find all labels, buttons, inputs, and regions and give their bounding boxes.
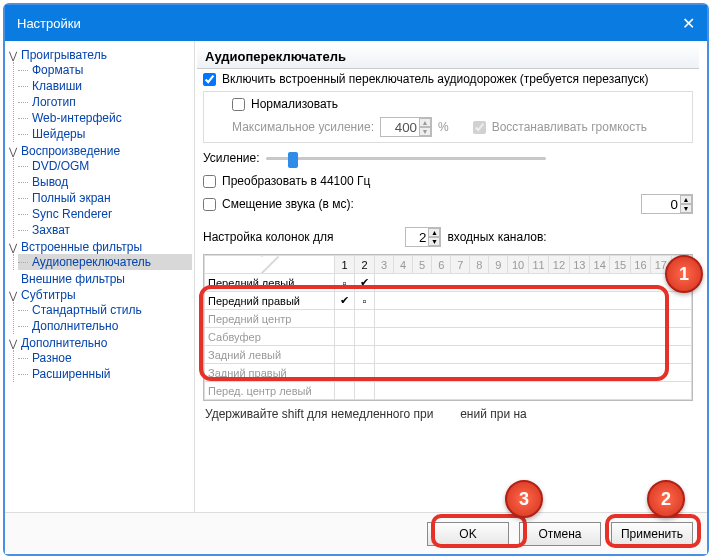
table-row: Передний центр <box>205 310 692 328</box>
cancel-button[interactable]: Отмена <box>519 522 601 546</box>
tree-fullscreen[interactable]: Полный экран <box>30 191 111 205</box>
spin-up-icon[interactable]: ▲ <box>680 195 692 204</box>
gain-slider[interactable] <box>266 148 546 168</box>
ok-button[interactable]: OK <box>427 522 509 546</box>
resample-checkbox[interactable] <box>203 175 216 188</box>
restore-volume-checkbox <box>473 121 486 134</box>
spin-up-icon[interactable]: ▲ <box>428 228 440 237</box>
tree-capture[interactable]: Захват <box>30 223 70 237</box>
tree-audioswitcher[interactable]: Аудиопереключатель <box>30 255 151 269</box>
tree-sync[interactable]: Sync Renderer <box>30 207 112 221</box>
tree-external-filters[interactable]: Внешние фильтры <box>7 272 192 286</box>
enable-switcher-checkbox[interactable] <box>203 73 216 86</box>
nav-tree: ⋁Проигрыватель Форматы Клавиши Логотип W… <box>5 41 195 512</box>
enable-switcher-label: Включить встроенный переключатель аудиод… <box>222 72 649 86</box>
table-row: Передний левый▫✔ <box>205 274 692 292</box>
tree-subtitles[interactable]: ⋁Субтитры <box>7 288 192 302</box>
table-row: Передний правый✔▫ <box>205 292 692 310</box>
table-row: Задний левый <box>205 346 692 364</box>
tree-sub-extra[interactable]: Дополнительно <box>30 319 118 333</box>
table-row: Перед. центр левый <box>205 382 692 400</box>
tree-playback[interactable]: ⋁Воспроизведение <box>7 144 192 158</box>
columns-label-b: входных каналов: <box>447 230 546 244</box>
apply-button[interactable]: Применить <box>611 522 693 546</box>
maxgain-label: Максимальное усиление: <box>232 120 374 134</box>
tree-web[interactable]: Web-интерфейс <box>30 111 122 125</box>
columns-label-a: Настройка колонок для <box>203 230 333 244</box>
offset-label: Смещение звука (в мс): <box>222 197 354 211</box>
tree-ext[interactable]: Расширенный <box>30 367 111 381</box>
restore-volume-label: Восстанавливать громкость <box>492 120 647 134</box>
spin-down-icon[interactable]: ▼ <box>680 204 692 213</box>
tree-sub-standard[interactable]: Стандартный стиль <box>30 303 142 317</box>
tree-formats[interactable]: Форматы <box>30 63 83 77</box>
tree-output[interactable]: Вывод <box>30 175 68 189</box>
window-title: Настройки <box>17 16 81 31</box>
close-icon[interactable]: ✕ <box>682 14 695 33</box>
tree-internal-filters[interactable]: ⋁Встроенные фильтры <box>7 240 192 254</box>
normalize-checkbox[interactable] <box>232 98 245 111</box>
table-row: Задний правый <box>205 364 692 382</box>
settings-panel: Аудиопереключатель Включить встроенный п… <box>195 41 707 512</box>
spin-up-icon: ▲ <box>419 118 431 127</box>
offset-checkbox[interactable] <box>203 198 216 211</box>
panel-title: Аудиопереключатель <box>197 43 699 69</box>
dialog-footer: OK Отмена Применить <box>5 512 707 554</box>
percent-label: % <box>438 120 449 134</box>
titlebar: Настройки ✕ <box>5 5 707 41</box>
tree-dvd[interactable]: DVD/OGM <box>30 159 89 173</box>
tree-logo[interactable]: Логотип <box>30 95 76 109</box>
table-row: Сабвуфер <box>205 328 692 346</box>
spin-down-icon[interactable]: ▼ <box>428 237 440 246</box>
resample-label: Преобразовать в 44100 Гц <box>222 174 370 188</box>
tree-player[interactable]: ⋁Проигрыватель <box>7 48 192 62</box>
normalize-label: Нормализовать <box>251 97 338 111</box>
tree-misc[interactable]: Разное <box>30 351 72 365</box>
hint-text: Удерживайте shift для немедленного при е… <box>197 401 699 427</box>
tree-keys[interactable]: Клавиши <box>30 79 82 93</box>
tree-shaders[interactable]: Шейдеры <box>30 127 85 141</box>
channel-matrix[interactable]: 12 3456789101112131415161718 Передний ле… <box>203 254 693 401</box>
spin-down-icon: ▼ <box>419 127 431 136</box>
tree-advanced[interactable]: ⋁Дополнительно <box>7 336 192 350</box>
gain-label: Усиление: <box>203 151 260 165</box>
